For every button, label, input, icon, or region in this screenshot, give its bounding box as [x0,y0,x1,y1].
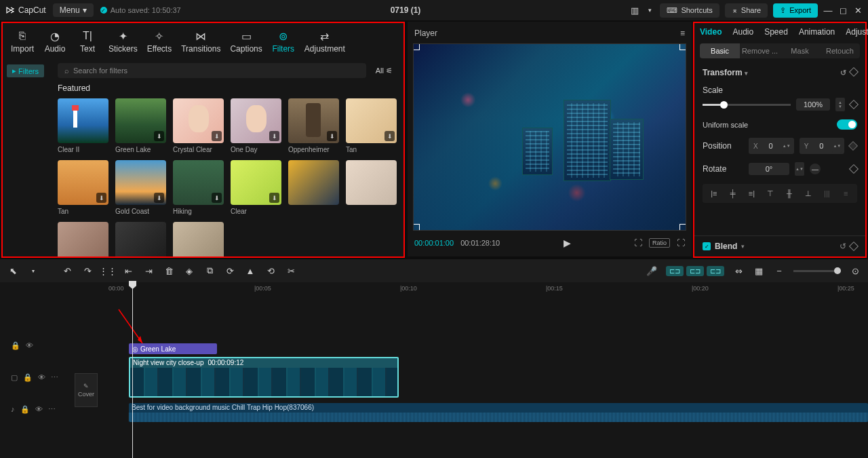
pointer-chevron[interactable]: ▾ [27,265,39,277]
player-menu-icon[interactable]: ≡ [680,28,685,38]
align-left[interactable]: |≡ [706,187,722,199]
filter-item[interactable]: ⬇Crystal Clear [173,98,224,153]
rotate-dial[interactable]: — [810,164,821,174]
filters-tag[interactable]: ▸ Filters [7,64,44,77]
trim-left[interactable]: ⇤ [122,265,134,277]
tracks-area[interactable]: ◎ Green Lake Night view city close-up 00… [102,296,868,419]
shortcuts-button[interactable]: ⌨ Shortcuts [660,3,719,18]
zoom-slider[interactable] [793,270,841,272]
download-icon[interactable]: ⬇ [154,131,164,141]
filter-item[interactable] [115,222,166,256]
rotate-tool[interactable]: ⟲ [264,265,277,277]
download-icon[interactable]: ⬇ [269,131,279,141]
magnet-2[interactable]: ⊏⊐ [686,266,704,276]
eye-icon[interactable]: 👁 [38,373,45,381]
blend-checkbox[interactable]: ✓ [703,242,711,250]
menu-button[interactable]: Menu ▾ [53,3,94,17]
filter-item[interactable]: ⬇Gold Coast [115,160,166,215]
scale-keyframe[interactable] [849,100,859,109]
video-clip[interactable]: Night view city close-up 00:00:09:12 [129,357,399,398]
blend-section[interactable]: ✓ Blend ▾ ↺ [694,235,865,256]
tool-tab-stickers[interactable]: ✦Stickers [104,27,142,56]
filter-item[interactable] [173,222,224,256]
download-icon[interactable]: ⬇ [327,131,337,141]
rotate-spinner[interactable]: ▲▼ [795,162,804,176]
align-bottom[interactable]: ⊥ [800,187,816,199]
filter-item[interactable]: ⬇Hiking [173,160,224,215]
prop-tab-adjust[interactable]: Adjust [846,27,868,37]
align-right[interactable]: ≡| [744,187,760,199]
align-distribute-h[interactable]: ||| [819,187,835,199]
zoom-fit[interactable]: ⊙ [849,265,861,277]
position-y-input[interactable]: Y 0 ▲▼ [800,138,845,154]
sub-tab-retouch[interactable]: Retouch [820,43,860,58]
lock-icon[interactable]: 🔒 [23,373,33,382]
mirror-tool[interactable]: ▲ [244,265,256,277]
download-icon[interactable]: ⬇ [154,193,164,203]
all-filter-button[interactable]: All ⚟ [372,66,397,75]
sub-tab-mask[interactable]: Mask [780,43,820,58]
zoom-out[interactable]: − [773,265,785,277]
sub-tab-remove[interactable]: Remove ... [740,43,780,58]
trim-right[interactable]: ⇥ [142,265,155,277]
lock-icon[interactable]: 🔒 [20,405,30,414]
close-icon[interactable]: ✕ [853,5,863,15]
download-icon[interactable]: ⬇ [212,131,222,141]
filter-item[interactable]: ⬇Clear [231,160,281,215]
layout-icon[interactable]: ▥ [630,5,639,15]
magnet-3[interactable]: ⊏⊐ [707,266,724,276]
filter-clip[interactable]: ◎ Green Lake [129,343,217,354]
fullscreen-icon[interactable]: ⛶ [677,238,685,248]
preview-tool[interactable]: ▦ [753,265,765,277]
lock-icon[interactable]: 🔒 [11,341,20,350]
reverse-tool[interactable]: ⟳ [224,265,236,277]
tool-tab-captions[interactable]: ▭Captions [226,27,266,56]
audio-icon[interactable]: ♪ [11,405,15,413]
download-icon[interactable]: ⬇ [96,193,106,203]
export-button[interactable]: ⇪ Export [773,3,818,18]
download-icon[interactable]: ⬇ [212,193,222,203]
tool-tab-filters[interactable]: ⊚Filters [268,27,299,56]
redo-button[interactable]: ↷ [81,265,94,277]
tool-tab-effects[interactable]: ✧Effects [143,27,176,56]
mic-button[interactable]: 🎤 [646,265,658,277]
search-input[interactable]: ⌕ Search for filters [58,63,366,78]
reset-icon[interactable]: ↺ [840,242,846,251]
rotate-value[interactable]: 0° [749,163,789,175]
filter-item[interactable] [346,160,397,215]
more-icon[interactable]: ⋯ [48,405,56,414]
align-center-v[interactable]: ╫ [781,187,797,199]
video-icon[interactable]: ▢ [11,373,18,382]
magnet-1[interactable]: ⊏⊐ [666,266,684,276]
play-button[interactable]: ▶ [507,237,627,248]
ratio-button[interactable]: Ratio [649,238,670,248]
scale-spinner[interactable]: ▲▼ [835,98,845,111]
crop-tool[interactable]: ✂ [285,265,297,277]
tool-tab-adjustment[interactable]: ⇄Adjustment [300,27,349,56]
eye-icon[interactable]: 👁 [26,341,33,349]
prop-tab-animation[interactable]: Animation [799,27,835,37]
prop-tab-video[interactable]: Video [700,27,722,37]
position-x-input[interactable]: X 0 ▲▼ [749,138,794,154]
filter-item[interactable]: ⬇Green Lake [115,98,166,153]
filter-item[interactable]: ⬇One Day [231,98,281,153]
more-icon[interactable]: ⋯ [51,373,58,382]
tool-tab-transitions[interactable]: ⋈Transitions [177,27,224,56]
filter-item[interactable]: ⬇Oppenheimer [288,98,339,153]
uniform-scale-toggle[interactable] [837,119,857,130]
filter-item[interactable]: Clear II [58,98,108,153]
align-top[interactable]: ⊤ [762,187,778,199]
layout-chevron-icon[interactable]: ▾ [645,5,654,15]
cover-button[interactable]: ✎ Cover [75,373,98,407]
filter-item[interactable] [288,160,339,215]
download-icon[interactable]: ⬇ [384,131,395,141]
tool-tab-text[interactable]: T|Text [72,27,103,56]
blend-keyframe[interactable] [849,242,859,251]
reset-icon[interactable]: ↺ [840,69,846,77]
position-link-icon[interactable] [848,141,858,151]
marker-tool[interactable]: ◈ [183,265,195,277]
align-center-h[interactable]: ╪ [725,187,741,199]
playhead[interactable] [132,282,133,458]
rotate-keyframe[interactable] [849,164,859,174]
timeline-ruler[interactable]: 00:00|00:05|00:10|00:15|00:20|00:25 [102,282,868,296]
